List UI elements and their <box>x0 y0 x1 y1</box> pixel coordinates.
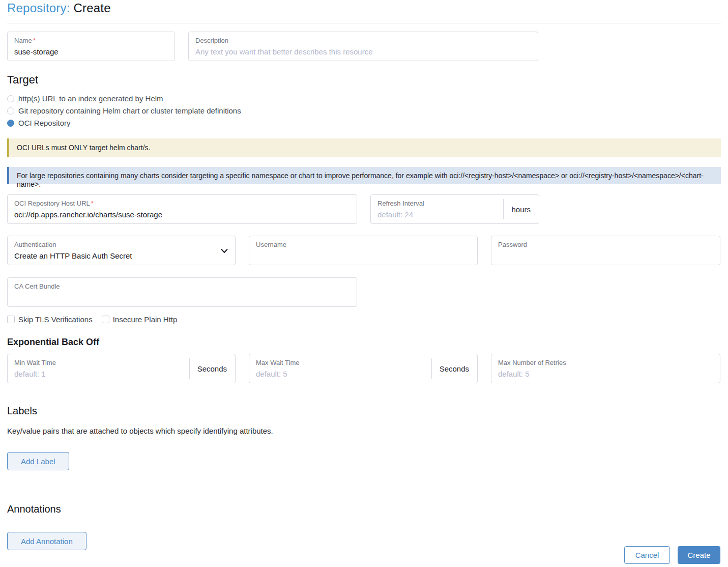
ca-cert-row: CA Cert Bundle <box>7 277 721 307</box>
name-label: Name* <box>14 37 168 45</box>
username-label: Username <box>256 241 471 249</box>
authentication-select[interactable]: Authentication Create an HTTP Basic Auth… <box>7 236 236 265</box>
min-wait-time-field[interactable]: Min Wait Time default: 1 Seconds <box>7 354 236 383</box>
insecure-http-label: Insecure Plain Http <box>113 315 178 324</box>
labels-description: Key/value pairs that are attached to obj… <box>7 427 721 435</box>
radio-git-repository-label: Git repository containing Helm chart or … <box>18 106 241 116</box>
password-label: Password <box>498 241 713 249</box>
max-wait-time-input[interactable]: Max Wait Time default: 5 <box>249 354 431 383</box>
required-asterisk: * <box>91 200 94 207</box>
basics-row: Name* suse-storage Description Any text … <box>7 32 721 61</box>
footer-actions: Cancel Create <box>624 546 720 564</box>
refresh-interval-unit: hours <box>503 195 539 223</box>
target-radio-group: http(s) URL to an index generated by Hel… <box>7 93 721 129</box>
authentication-value: Create an HTTP Basic Auth Secret <box>14 251 132 260</box>
description-field[interactable]: Description Any text you want that bette… <box>188 32 538 61</box>
create-button[interactable]: Create <box>678 546 720 564</box>
max-retries-label: Max Number of Retries <box>498 359 713 367</box>
checkbox-icon <box>7 316 15 323</box>
name-field[interactable]: Name* suse-storage <box>7 32 175 61</box>
radio-button-selected-icon <box>7 120 14 127</box>
skip-tls-label: Skip TLS Verifications <box>18 315 93 324</box>
skip-tls-checkbox[interactable]: Skip TLS Verifications <box>7 315 93 324</box>
annotations-heading: Annotations <box>7 503 721 515</box>
description-placeholder: Any text you want that better describes … <box>195 47 373 56</box>
min-wait-time-unit: Seconds <box>189 354 235 383</box>
add-annotation-button[interactable]: Add Annotation <box>7 532 86 550</box>
radio-http-url[interactable]: http(s) URL to an index generated by Hel… <box>7 93 721 105</box>
refresh-interval-label: Refresh Interval <box>377 200 497 208</box>
chevron-down-icon <box>221 248 228 253</box>
min-wait-time-input[interactable]: Min Wait Time default: 1 <box>8 354 189 383</box>
oci-host-url-field[interactable]: OCI Repository Host URL* oci://dp.apps.r… <box>7 194 357 224</box>
target-heading: Target <box>7 73 721 87</box>
required-asterisk: * <box>33 37 36 44</box>
repository-create-page: Repository: Create Name* suse-storage De… <box>0 0 728 550</box>
header-divider <box>7 23 721 23</box>
insecure-http-checkbox[interactable]: Insecure Plain Http <box>102 315 178 324</box>
ca-cert-bundle-field[interactable]: CA Cert Bundle <box>7 277 357 307</box>
min-wait-time-label: Min Wait Time <box>14 359 183 367</box>
description-label: Description <box>195 37 531 45</box>
radio-button-icon <box>7 107 14 115</box>
page-title-resource: Repository: <box>7 1 70 15</box>
max-wait-time-label: Max Wait Time <box>256 359 425 367</box>
page-title-action: Create <box>73 1 110 15</box>
radio-git-repository[interactable]: Git repository containing Helm chart or … <box>7 105 721 117</box>
ca-cert-bundle-label: CA Cert Bundle <box>14 282 350 291</box>
page-header: Repository: Create <box>7 0 721 23</box>
max-retries-placeholder: default: 5 <box>498 370 530 378</box>
backoff-row: Min Wait Time default: 1 Seconds Max Wai… <box>7 354 721 383</box>
refresh-interval-field[interactable]: Refresh Interval default: 24 hours <box>370 194 539 224</box>
max-retries-field[interactable]: Max Number of Retries default: 5 <box>491 354 720 383</box>
refresh-interval-placeholder: default: 24 <box>377 210 413 219</box>
add-label-button[interactable]: Add Label <box>7 452 69 470</box>
page-title: Repository: Create <box>7 1 721 15</box>
refresh-interval-input[interactable]: Refresh Interval default: 24 <box>371 195 503 223</box>
password-field[interactable]: Password <box>491 236 720 265</box>
warning-banner: OCI URLs must ONLY target helm chart/s. <box>7 138 721 157</box>
username-field[interactable]: Username <box>249 236 478 265</box>
name-value: suse-storage <box>14 47 59 56</box>
radio-oci-repository-label: OCI Repository <box>18 118 71 128</box>
labels-heading: Labels <box>7 405 721 417</box>
authentication-label: Authentication <box>14 241 228 249</box>
info-banner: For large repositories containing many c… <box>7 167 721 184</box>
max-wait-time-placeholder: default: 5 <box>256 370 287 378</box>
max-wait-time-field[interactable]: Max Wait Time default: 5 Seconds <box>249 354 478 383</box>
radio-http-url-label: http(s) URL to an index generated by Hel… <box>18 94 163 104</box>
radio-oci-repository[interactable]: OCI Repository <box>7 117 721 129</box>
radio-button-icon <box>7 95 14 102</box>
host-url-row: OCI Repository Host URL* oci://dp.apps.r… <box>7 194 721 224</box>
checkbox-icon <box>102 316 109 323</box>
auth-row: Authentication Create an HTTP Basic Auth… <box>7 236 721 265</box>
min-wait-time-placeholder: default: 1 <box>14 370 46 378</box>
backoff-heading: Exponential Back Off <box>7 337 721 348</box>
tls-options-row: Skip TLS Verifications Insecure Plain Ht… <box>7 315 721 324</box>
oci-host-url-label: OCI Repository Host URL* <box>14 200 350 208</box>
oci-host-url-value: oci://dp.apps.rancher.io/charts/suse-sto… <box>14 210 162 219</box>
cancel-button[interactable]: Cancel <box>624 546 670 564</box>
max-wait-time-unit: Seconds <box>431 354 477 383</box>
